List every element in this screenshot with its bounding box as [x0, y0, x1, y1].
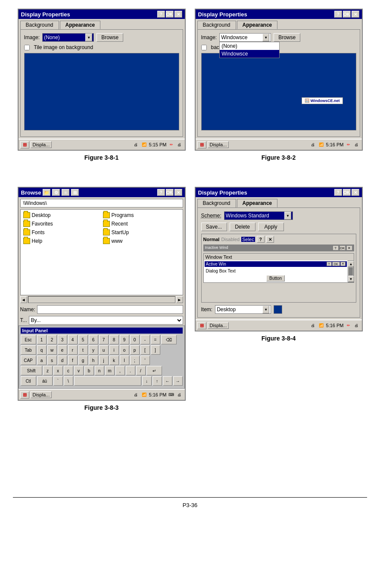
tab-background-4[interactable]: Background: [197, 199, 236, 207]
scroll-up-4[interactable]: ▲: [348, 261, 354, 267]
tab-appearance-4[interactable]: Appearance: [237, 199, 278, 207]
ok-button-1[interactable]: OK: [166, 11, 174, 18]
help-button-1[interactable]: ?: [157, 11, 165, 18]
key-u[interactable]: u: [99, 345, 109, 355]
scroll-thumb-4[interactable]: [349, 267, 353, 275]
start-button-4[interactable]: ⊞: [197, 322, 206, 329]
inactive-close-4[interactable]: ✕: [346, 245, 352, 251]
tab-appearance-2[interactable]: Appearance: [237, 21, 278, 29]
scheme-select-4[interactable]: Windows Standard ▼: [224, 211, 293, 220]
key-v[interactable]: v: [74, 366, 84, 375]
help-button-3[interactable]: ?: [157, 189, 165, 196]
folder-fonts[interactable]: Fonts: [22, 229, 101, 236]
key-1[interactable]: 1: [37, 335, 47, 344]
active-ok-4[interactable]: OK: [332, 262, 340, 266]
key-space1[interactable]: [74, 376, 141, 386]
preview-close-btn-4[interactable]: ✕: [266, 236, 274, 243]
start-button-1[interactable]: ⊞: [20, 141, 29, 149]
item-select-4[interactable]: Desktop ▼: [215, 305, 271, 314]
key-shift[interactable]: Shift: [21, 366, 42, 375]
apply-button-4[interactable]: Apply: [258, 223, 284, 231]
key-8[interactable]: 8: [109, 335, 119, 344]
folder-www[interactable]: www: [102, 237, 181, 245]
tile-checkbox-1[interactable]: [24, 45, 30, 50]
active-help-4[interactable]: ?: [327, 262, 332, 266]
key-9[interactable]: 9: [120, 335, 129, 344]
folder-programs[interactable]: Programs: [102, 211, 181, 219]
folder-startup[interactable]: StartUp: [102, 229, 181, 236]
key-z[interactable]: z: [43, 366, 53, 375]
taskbar-app-1[interactable]: Displa...: [31, 141, 52, 148]
key-p[interactable]: p: [130, 345, 140, 355]
folder-favorites[interactable]: Favorites: [22, 220, 101, 228]
inactive-help-4[interactable]: ?: [333, 245, 339, 251]
key-equals[interactable]: =: [151, 335, 160, 344]
image-select-2[interactable]: Windowsce ▼: [219, 33, 271, 42]
key-slash[interactable]: /: [136, 366, 146, 375]
key-g[interactable]: g: [78, 356, 88, 365]
close-button-2[interactable]: ✕: [352, 11, 359, 18]
key-d[interactable]: d: [58, 356, 67, 365]
ok-button-4[interactable]: OK: [343, 189, 351, 196]
key-r[interactable]: r: [68, 345, 78, 355]
scroll-down-4[interactable]: ▼: [348, 276, 354, 282]
color-swatch-4[interactable]: [274, 305, 282, 314]
key-3[interactable]: 3: [58, 335, 67, 344]
key-a[interactable]: a: [37, 356, 47, 365]
grid-view-btn-3[interactable]: ⊞: [71, 189, 79, 196]
key-b[interactable]: b: [84, 366, 94, 375]
key-x[interactable]: x: [53, 366, 63, 375]
type-select-3[interactable]: By...: [29, 316, 183, 325]
inactive-ok-4[interactable]: OK: [340, 245, 346, 251]
key-backtick[interactable]: `: [53, 376, 63, 386]
key-quote[interactable]: ': [140, 356, 150, 365]
new-folder-btn-3[interactable]: ⚙: [52, 189, 60, 196]
save-button-4[interactable]: Save...: [201, 223, 227, 231]
tab-background-1[interactable]: Background: [20, 21, 59, 29]
browse-button-1[interactable]: Browse: [97, 33, 123, 42]
scroll-track-3[interactable]: [28, 296, 175, 303]
key-i[interactable]: i: [109, 345, 119, 355]
active-close-4[interactable]: ✕: [340, 262, 346, 266]
key-j[interactable]: j: [99, 356, 109, 365]
key-rbracket[interactable]: ]: [151, 345, 160, 355]
key-7[interactable]: 7: [99, 335, 109, 344]
start-button-2[interactable]: ⊞: [197, 141, 206, 149]
key-5[interactable]: 5: [78, 335, 88, 344]
key-l[interactable]: l: [120, 356, 129, 365]
item-dropdown-arrow-4[interactable]: ▼: [262, 306, 269, 313]
key-minus[interactable]: -: [140, 335, 150, 344]
key-w[interactable]: w: [47, 345, 57, 355]
key-tab[interactable]: Tab: [21, 345, 36, 355]
key-lbracket[interactable]: [: [140, 345, 150, 355]
start-button-3[interactable]: ⊞: [20, 391, 29, 399]
key-up[interactable]: ↑: [153, 376, 162, 386]
key-enter[interactable]: ↵: [146, 366, 162, 375]
key-esc[interactable]: Esc: [21, 335, 36, 344]
close-button-1[interactable]: ✕: [174, 11, 182, 18]
key-down[interactable]: ↓: [142, 376, 152, 386]
key-period[interactable]: .: [126, 366, 135, 375]
key-6[interactable]: 6: [89, 335, 98, 344]
key-comma[interactable]: ,: [115, 366, 125, 375]
key-cap[interactable]: CAP: [21, 356, 36, 365]
preview-button-4[interactable]: Button: [266, 275, 285, 282]
taskbar-app-3[interactable]: Displa...: [31, 391, 52, 398]
scroll-right-3[interactable]: ►: [176, 296, 183, 303]
key-y[interactable]: y: [89, 345, 98, 355]
help-button-2[interactable]: ?: [334, 11, 342, 18]
key-ctrl[interactable]: Ctl: [21, 376, 36, 386]
folder-desktop[interactable]: Desktop: [22, 211, 101, 219]
taskbar-app-4[interactable]: Displa...: [208, 322, 229, 329]
close-button-3[interactable]: ✕: [174, 189, 182, 196]
key-2[interactable]: 2: [47, 335, 57, 344]
key-au[interactable]: áü: [37, 376, 53, 386]
key-h[interactable]: h: [89, 356, 98, 365]
key-0[interactable]: 0: [130, 335, 140, 344]
dropdown-windowsce-2[interactable]: Windowsce: [220, 50, 279, 58]
key-f[interactable]: f: [68, 356, 78, 365]
ok-button-2[interactable]: OK: [343, 11, 351, 18]
preview-help-btn-4[interactable]: ?: [257, 236, 265, 243]
image-dropdown-arrow-2[interactable]: ▼: [262, 34, 269, 41]
key-s[interactable]: s: [47, 356, 57, 365]
